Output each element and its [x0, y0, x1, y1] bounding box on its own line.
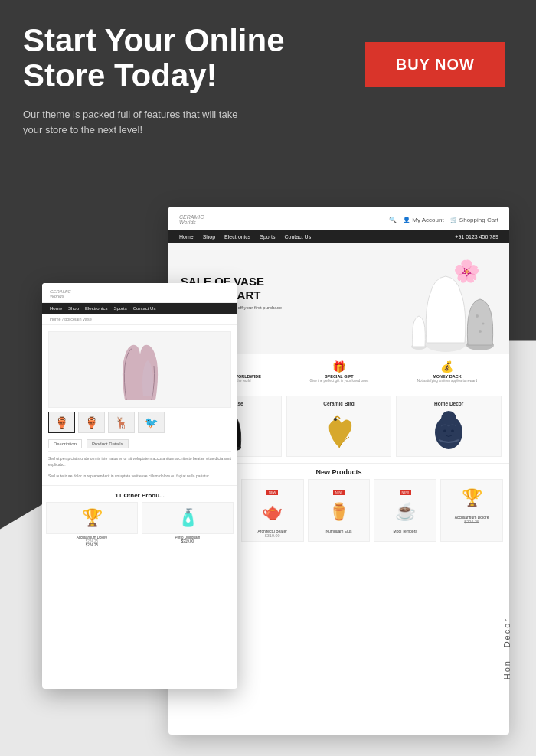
feature-gift: 🎁 SPECIAL GIFT Give the perfect gift in …: [309, 360, 368, 383]
gift-sub: Give the perfect gift in your loved ones: [309, 379, 368, 383]
cat-home-decor-img: [401, 409, 496, 451]
bb-nav-electronics[interactable]: Electronics: [224, 234, 250, 240]
svg-point-12: [441, 411, 456, 426]
prod3-name: Numquam Eius: [312, 529, 367, 533]
main-vase-svg: [109, 331, 171, 408]
user-icon: 👤 My Account: [403, 217, 444, 223]
bb-nav-shop[interactable]: Shop: [203, 234, 215, 240]
feature-money: 💰 MONEY BACK Not satisfying an item appl…: [417, 360, 478, 383]
fb-logo-sub: Worlds: [50, 294, 230, 298]
thumb-2[interactable]: 🏺: [78, 412, 105, 433]
fb-nav-sports[interactable]: Sports: [113, 306, 126, 311]
thumb-4[interactable]: 🐦: [138, 412, 165, 433]
tab-description[interactable]: Description: [48, 439, 82, 448]
other-prod2-img: 🧴: [142, 502, 234, 534]
svg-point-14: [451, 430, 454, 432]
fb-nav-home[interactable]: Home: [50, 306, 62, 311]
cart-icon: 🛒 Shopping Cart: [450, 217, 498, 223]
svg-point-13: [443, 430, 446, 432]
bb-logo-text: CERAMIC: [179, 214, 204, 220]
prod4-name: Modi Tempora: [377, 529, 433, 533]
fb-other-products-row: 🏆 Accusantium Dolore $224.25 $224.25 🧴 P…: [42, 502, 237, 547]
fb-product-detail: 🏺 🏺 🦌 🐦 Description Product Details Sed …: [42, 325, 237, 485]
gift-icon: 🎁: [309, 360, 368, 373]
fb-main-product-image: [48, 331, 231, 408]
search-icon: 🔍: [389, 217, 397, 223]
vases-illustration: 🌸: [404, 255, 503, 354]
tab-product-details[interactable]: Product Details: [87, 439, 129, 448]
svg-point-2: [476, 314, 479, 318]
fb-nav-shop[interactable]: Shop: [68, 306, 79, 311]
title-line1: Start Your Online: [23, 22, 285, 58]
svg-point-3: [482, 323, 485, 325]
title-line2: Store Today!: [23, 57, 217, 93]
thumb-1[interactable]: 🏺: [48, 412, 75, 433]
prod2-badge: NEW: [266, 490, 278, 495]
prod4-badge: NEW: [400, 490, 411, 495]
hon-decor-label: Hon - Decor: [502, 618, 511, 679]
svg-point-10: [334, 418, 337, 421]
fb-nav-electronics[interactable]: Electronics: [85, 306, 107, 311]
fb-product-tabs: Description Product Details: [48, 439, 231, 452]
svg-point-4: [479, 330, 482, 333]
bb-nav-home[interactable]: Home: [179, 234, 194, 240]
fb-product-description: Sed ut perspiciatis unde omnis iste natu…: [48, 456, 231, 479]
bb-product-5[interactable]: 🏆 Accusantium Dolore $224.25: [440, 479, 503, 542]
prod2-price: $319.00: [245, 533, 300, 538]
bb-header-icons: 🔍 👤 My Account 🛒 Shopping Cart: [389, 217, 498, 223]
fb-other-prod-2[interactable]: 🧴 Porro Quisquam $319.00: [142, 502, 234, 547]
fb-other-products-title: 11 Other Produ...: [42, 485, 237, 502]
fb-nav-contact[interactable]: Contact Us: [133, 306, 156, 311]
cat-ceramic-bird-title: Ceramic Bird: [292, 401, 387, 406]
bb-nav: Home Shop Electronics Sports Contact Us …: [168, 230, 509, 243]
bb-phone: +91 0123 456 789: [455, 234, 498, 240]
bb-nav-contact[interactable]: Contact Us: [285, 234, 312, 240]
cat-ceramic-bird-img: [292, 409, 387, 451]
prod2-img: 🫖: [245, 497, 300, 527]
bird-svg: [320, 409, 358, 451]
bb-header: CERAMIC Worlds 🔍 👤 My Account 🛒 Shopping…: [168, 207, 509, 230]
fb-thumbnails: 🏺 🏺 🦌 🐦: [48, 412, 231, 433]
money-sub: Not satisfying an item applies to reward: [417, 379, 478, 383]
cat-home-decor[interactable]: Home Decor: [396, 396, 502, 457]
money-icon: 💰: [417, 360, 478, 373]
buddha-svg: [430, 409, 468, 451]
subtitle: Our theme is packed full of features tha…: [23, 107, 253, 137]
cat-ceramic-bird[interactable]: Ceramic Bird: [286, 396, 392, 457]
fb-breadcrumb: Home / porcelain vase: [42, 314, 237, 325]
prod3-img: ⚱️: [312, 497, 367, 527]
prod5-price: $224.25: [444, 520, 499, 524]
prod3-badge: NEW: [333, 490, 345, 495]
bb-product-3[interactable]: NEW ⚱️ Numquam Eius: [308, 479, 371, 542]
other-prod1-new-price: $224.25: [46, 543, 138, 547]
other-prod1-img: 🏆: [46, 502, 138, 534]
buy-now-button[interactable]: BUY NOW: [365, 42, 505, 87]
bb-logo: CERAMIC Worlds: [179, 214, 204, 225]
other-prod2-price: $319.00: [142, 539, 234, 543]
browser-front: CERAMIC Worlds Home Shop Electronics Spo…: [42, 283, 237, 689]
bb-nav-sports[interactable]: Sports: [260, 234, 275, 240]
cat-home-decor-title: Home Decor: [401, 401, 496, 406]
main-title: Start Your Online Store Today!: [23, 23, 285, 93]
bb-logo-sub: Worlds: [179, 220, 204, 225]
prod5-img: 🏆: [444, 483, 499, 513]
prod4-img: ☕: [377, 497, 433, 527]
bb-product-2[interactable]: NEW 🫖 Architectu Beater $319.00: [241, 479, 304, 542]
fb-other-prod-1[interactable]: 🏆 Accusantium Dolore $224.25 $224.25: [46, 502, 138, 547]
header-section: Start Your Online Store Today! Our theme…: [23, 23, 285, 137]
bb-product-4[interactable]: NEW ☕ Modi Tempora: [374, 479, 436, 542]
fb-nav: Home Shop Electronics Sports Contact Us: [42, 303, 237, 314]
flowers-icon: 🌸: [453, 259, 480, 284]
thumb-3[interactable]: 🦌: [108, 412, 135, 433]
fb-logo: CERAMIC Worlds: [50, 289, 230, 298]
fb-header: CERAMIC Worlds: [42, 283, 237, 303]
